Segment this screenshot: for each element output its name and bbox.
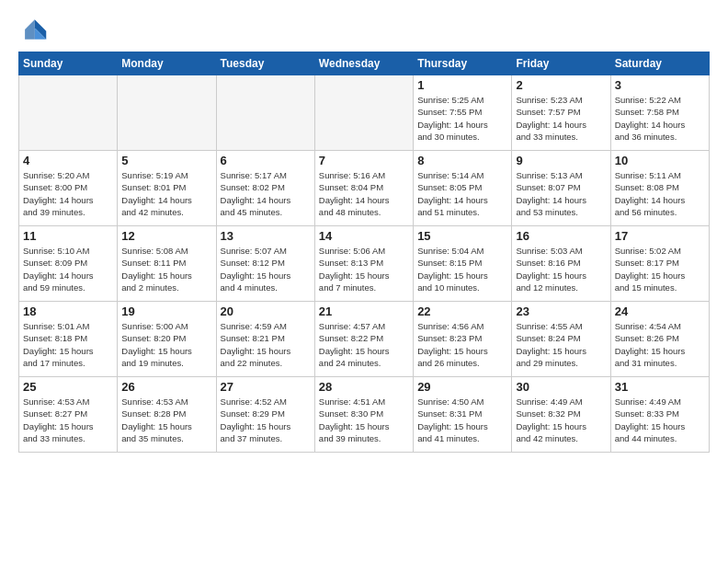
- day-info: Sunrise: 5:25 AM Sunset: 7:55 PM Dayligh…: [417, 94, 507, 143]
- calendar-cell: 15Sunrise: 5:04 AM Sunset: 8:15 PM Dayli…: [414, 226, 512, 302]
- calendar-cell: 10Sunrise: 5:11 AM Sunset: 8:08 PM Dayli…: [610, 151, 709, 226]
- calendar-cell: 17Sunrise: 5:02 AM Sunset: 8:17 PM Dayli…: [610, 226, 709, 302]
- day-info: Sunrise: 4:54 AM Sunset: 8:26 PM Dayligh…: [615, 320, 705, 369]
- day-info: Sunrise: 5:04 AM Sunset: 8:15 PM Dayligh…: [417, 245, 507, 293]
- day-number: 17: [615, 229, 705, 243]
- day-info: Sunrise: 5:23 AM Sunset: 7:57 PM Dayligh…: [516, 94, 606, 143]
- day-number: 6: [221, 154, 311, 167]
- day-info: Sunrise: 4:59 AM Sunset: 8:21 PM Dayligh…: [221, 320, 311, 369]
- calendar-cell: 14Sunrise: 5:06 AM Sunset: 8:13 PM Dayli…: [314, 226, 413, 302]
- calendar-cell: [216, 75, 314, 151]
- logo-icon: [18, 15, 48, 44]
- day-number: 23: [516, 304, 606, 318]
- day-info: Sunrise: 4:56 AM Sunset: 8:23 PM Dayligh…: [417, 320, 507, 369]
- day-info: Sunrise: 4:53 AM Sunset: 8:28 PM Dayligh…: [121, 396, 211, 444]
- day-number: 22: [417, 304, 507, 318]
- day-number: 16: [516, 229, 606, 243]
- weekday-header: Friday: [512, 52, 610, 75]
- day-number: 26: [121, 380, 211, 394]
- calendar-cell: 4Sunrise: 5:20 AM Sunset: 8:00 PM Daylig…: [19, 151, 118, 226]
- calendar-cell: 24Sunrise: 4:54 AM Sunset: 8:26 PM Dayli…: [610, 302, 709, 377]
- day-number: 13: [221, 229, 311, 243]
- calendar-week-row: 18Sunrise: 5:01 AM Sunset: 8:18 PM Dayli…: [19, 302, 710, 377]
- calendar-cell: 23Sunrise: 4:55 AM Sunset: 8:24 PM Dayli…: [512, 302, 610, 377]
- weekday-header: Wednesday: [314, 52, 413, 75]
- day-info: Sunrise: 4:51 AM Sunset: 8:30 PM Dayligh…: [319, 396, 409, 444]
- calendar-week-row: 11Sunrise: 5:10 AM Sunset: 8:09 PM Dayli…: [19, 226, 710, 302]
- day-number: 2: [516, 78, 606, 92]
- day-number: 14: [319, 229, 409, 243]
- weekday-header: Saturday: [610, 52, 709, 75]
- day-info: Sunrise: 5:17 AM Sunset: 8:02 PM Dayligh…: [221, 169, 311, 218]
- day-info: Sunrise: 4:53 AM Sunset: 8:27 PM Dayligh…: [23, 396, 113, 444]
- day-info: Sunrise: 5:13 AM Sunset: 8:07 PM Dayligh…: [516, 169, 606, 218]
- day-number: 21: [319, 304, 409, 318]
- day-number: 5: [121, 154, 211, 167]
- day-number: 8: [417, 154, 507, 167]
- day-number: 19: [121, 304, 211, 318]
- calendar-cell: 5Sunrise: 5:19 AM Sunset: 8:01 PM Daylig…: [118, 151, 216, 226]
- day-number: 15: [417, 229, 507, 243]
- day-number: 1: [417, 78, 507, 92]
- day-number: 18: [23, 304, 113, 318]
- calendar-cell: 30Sunrise: 4:49 AM Sunset: 8:32 PM Dayli…: [512, 377, 610, 453]
- day-info: Sunrise: 5:19 AM Sunset: 8:01 PM Dayligh…: [121, 169, 211, 218]
- day-info: Sunrise: 5:07 AM Sunset: 8:12 PM Dayligh…: [221, 245, 311, 293]
- calendar-week-row: 4Sunrise: 5:20 AM Sunset: 8:00 PM Daylig…: [19, 151, 710, 226]
- calendar-cell: 13Sunrise: 5:07 AM Sunset: 8:12 PM Dayli…: [216, 226, 314, 302]
- day-info: Sunrise: 5:16 AM Sunset: 8:04 PM Dayligh…: [319, 169, 409, 218]
- day-info: Sunrise: 5:03 AM Sunset: 8:16 PM Dayligh…: [516, 245, 606, 293]
- calendar-cell: 27Sunrise: 4:52 AM Sunset: 8:29 PM Dayli…: [216, 377, 314, 453]
- day-info: Sunrise: 4:49 AM Sunset: 8:33 PM Dayligh…: [615, 396, 705, 444]
- day-info: Sunrise: 5:06 AM Sunset: 8:13 PM Dayligh…: [319, 245, 409, 293]
- calendar-cell: 31Sunrise: 4:49 AM Sunset: 8:33 PM Dayli…: [610, 377, 709, 453]
- calendar-cell: 1Sunrise: 5:25 AM Sunset: 7:55 PM Daylig…: [414, 75, 512, 151]
- calendar-cell: 25Sunrise: 4:53 AM Sunset: 8:27 PM Dayli…: [19, 377, 118, 453]
- calendar-cell: 26Sunrise: 4:53 AM Sunset: 8:28 PM Dayli…: [118, 377, 216, 453]
- day-number: 10: [615, 154, 705, 167]
- calendar-cell: 2Sunrise: 5:23 AM Sunset: 7:57 PM Daylig…: [512, 75, 610, 151]
- calendar-header-row: SundayMondayTuesdayWednesdayThursdayFrid…: [19, 52, 710, 75]
- day-number: 24: [615, 304, 705, 318]
- day-info: Sunrise: 4:52 AM Sunset: 8:29 PM Dayligh…: [221, 396, 311, 444]
- day-info: Sunrise: 5:02 AM Sunset: 8:17 PM Dayligh…: [615, 245, 705, 293]
- day-number: 4: [23, 154, 113, 167]
- day-number: 29: [417, 380, 507, 394]
- day-number: 7: [319, 154, 409, 167]
- day-number: 30: [516, 380, 606, 394]
- calendar-cell: 12Sunrise: 5:08 AM Sunset: 8:11 PM Dayli…: [118, 226, 216, 302]
- weekday-header: Sunday: [19, 52, 118, 75]
- calendar-cell: [19, 75, 118, 151]
- day-info: Sunrise: 5:20 AM Sunset: 8:00 PM Dayligh…: [23, 169, 113, 218]
- calendar-cell: 22Sunrise: 4:56 AM Sunset: 8:23 PM Dayli…: [414, 302, 512, 377]
- logo: [18, 15, 53, 44]
- calendar-cell: 16Sunrise: 5:03 AM Sunset: 8:16 PM Dayli…: [512, 226, 610, 302]
- day-info: Sunrise: 5:10 AM Sunset: 8:09 PM Dayligh…: [23, 245, 113, 293]
- calendar-cell: [118, 75, 216, 151]
- calendar-cell: 11Sunrise: 5:10 AM Sunset: 8:09 PM Dayli…: [19, 226, 118, 302]
- day-info: Sunrise: 5:01 AM Sunset: 8:18 PM Dayligh…: [23, 320, 113, 369]
- day-number: 12: [121, 229, 211, 243]
- day-info: Sunrise: 5:00 AM Sunset: 8:20 PM Dayligh…: [121, 320, 211, 369]
- calendar-cell: 3Sunrise: 5:22 AM Sunset: 7:58 PM Daylig…: [610, 75, 709, 151]
- day-number: 27: [221, 380, 311, 394]
- day-info: Sunrise: 4:57 AM Sunset: 8:22 PM Dayligh…: [319, 320, 409, 369]
- day-info: Sunrise: 4:55 AM Sunset: 8:24 PM Dayligh…: [516, 320, 606, 369]
- calendar-cell: 19Sunrise: 5:00 AM Sunset: 8:20 PM Dayli…: [118, 302, 216, 377]
- header: [18, 15, 710, 44]
- calendar-week-row: 1Sunrise: 5:25 AM Sunset: 7:55 PM Daylig…: [19, 75, 710, 151]
- day-info: Sunrise: 5:08 AM Sunset: 8:11 PM Dayligh…: [121, 245, 211, 293]
- day-info: Sunrise: 4:49 AM Sunset: 8:32 PM Dayligh…: [516, 396, 606, 444]
- calendar-week-row: 25Sunrise: 4:53 AM Sunset: 8:27 PM Dayli…: [19, 377, 710, 453]
- day-number: 28: [319, 380, 409, 394]
- calendar-cell: 9Sunrise: 5:13 AM Sunset: 8:07 PM Daylig…: [512, 151, 610, 226]
- calendar-cell: 8Sunrise: 5:14 AM Sunset: 8:05 PM Daylig…: [414, 151, 512, 226]
- day-info: Sunrise: 5:14 AM Sunset: 8:05 PM Dayligh…: [417, 169, 507, 218]
- weekday-header: Monday: [118, 52, 216, 75]
- day-info: Sunrise: 4:50 AM Sunset: 8:31 PM Dayligh…: [417, 396, 507, 444]
- weekday-header: Tuesday: [216, 52, 314, 75]
- day-info: Sunrise: 5:11 AM Sunset: 8:08 PM Dayligh…: [615, 169, 705, 218]
- calendar-cell: 6Sunrise: 5:17 AM Sunset: 8:02 PM Daylig…: [216, 151, 314, 226]
- calendar-cell: 21Sunrise: 4:57 AM Sunset: 8:22 PM Dayli…: [314, 302, 413, 377]
- calendar-cell: 20Sunrise: 4:59 AM Sunset: 8:21 PM Dayli…: [216, 302, 314, 377]
